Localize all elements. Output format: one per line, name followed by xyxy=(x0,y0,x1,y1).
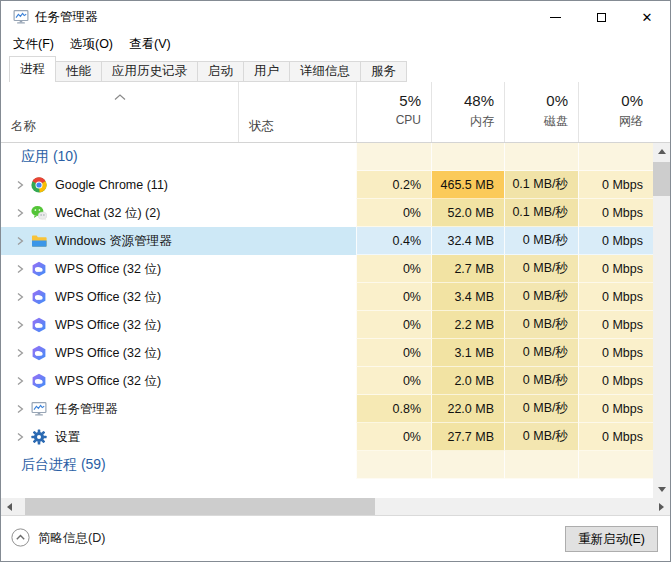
column-label-name: 名称 xyxy=(11,118,36,135)
scroll-down-arrow-icon[interactable] xyxy=(653,481,670,498)
memory-cell xyxy=(431,143,504,171)
chevron-up-circle-icon xyxy=(11,528,30,550)
table-row[interactable]: WPS Office (32 位)0%2.2 MB0 MB/秒0 Mbps xyxy=(1,311,670,339)
column-header-cpu[interactable]: 5% CPU xyxy=(356,82,431,142)
close-button[interactable]: ✕ xyxy=(624,1,670,33)
task-manager-window: 任务管理器 ✕ 文件(F)选项(O)查看(V) 进程性能应用历史记录启动用户详细… xyxy=(0,0,671,562)
process-status xyxy=(238,339,356,367)
process-name: 任务管理器 xyxy=(55,401,118,418)
tab-services[interactable]: 服务 xyxy=(360,61,407,82)
cpu-total-percent: 5% xyxy=(399,92,421,110)
table-row[interactable]: WPS Office (32 位)0%2.0 MB0 MB/秒0 Mbps xyxy=(1,367,670,395)
process-status xyxy=(238,199,356,227)
chevron-right-icon[interactable] xyxy=(15,403,25,415)
process-status xyxy=(238,423,356,451)
group-label: 应用 (10) xyxy=(11,148,78,166)
disk-total-percent: 0% xyxy=(546,92,568,110)
minimize-button[interactable] xyxy=(532,1,578,33)
status-bar: 简略信息(D) 重新启动(E) xyxy=(1,515,670,561)
process-name: Windows 资源管理器 xyxy=(55,233,172,250)
memory-value: 52.0 MB xyxy=(431,199,504,227)
process-table: 名称 状态 5% CPU 48% 内存 0% 磁盘 0% 网络 应用 (10)G… xyxy=(1,82,670,515)
restart-button[interactable]: 重新启动(E) xyxy=(565,526,658,552)
column-header-memory[interactable]: 48% 内存 xyxy=(431,82,504,142)
chrome-icon xyxy=(31,177,47,193)
scroll-right-arrow-icon[interactable] xyxy=(653,498,670,515)
column-header-status[interactable]: 状态 xyxy=(238,82,356,142)
disk-cell xyxy=(504,451,578,479)
memory-cell xyxy=(431,451,504,479)
chevron-right-icon[interactable] xyxy=(15,179,25,191)
disk-value: 0 MB/秒 xyxy=(504,423,578,451)
taskmgr-icon xyxy=(31,401,47,417)
table-row[interactable]: WPS Office (32 位)0%2.7 MB0 MB/秒0 Mbps xyxy=(1,255,670,283)
group-row[interactable]: 后台进程 (59) xyxy=(1,451,670,479)
cpu-value: 0.2% xyxy=(356,171,431,199)
column-label-disk: 磁盘 xyxy=(544,113,568,130)
tab-users[interactable]: 用户 xyxy=(243,61,290,82)
horizontal-scrollbar-thumb[interactable] xyxy=(25,498,375,515)
menu-file[interactable]: 文件(F) xyxy=(5,34,62,55)
sort-ascending-icon xyxy=(113,87,127,105)
memory-value: 22.0 MB xyxy=(431,395,504,423)
tab-processes[interactable]: 进程 xyxy=(9,56,56,82)
window-title: 任务管理器 xyxy=(35,9,98,26)
network-cell xyxy=(578,451,653,479)
table-row[interactable]: WPS Office (32 位)0%3.1 MB0 MB/秒0 Mbps xyxy=(1,339,670,367)
horizontal-scrollbar[interactable] xyxy=(1,498,670,515)
memory-value: 2.2 MB xyxy=(431,311,504,339)
chevron-right-icon[interactable] xyxy=(15,235,25,247)
title-bar: 任务管理器 ✕ xyxy=(1,1,670,33)
tab-startup[interactable]: 启动 xyxy=(197,61,244,82)
table-row[interactable]: WPS Office (32 位)0%3.4 MB0 MB/秒0 Mbps xyxy=(1,283,670,311)
disk-value: 0 MB/秒 xyxy=(504,227,578,255)
menu-view[interactable]: 查看(V) xyxy=(121,34,179,55)
column-header-disk[interactable]: 0% 磁盘 xyxy=(504,82,578,142)
memory-value: 465.5 MB xyxy=(431,171,504,199)
process-name: WPS Office (32 位) xyxy=(55,345,161,362)
process-name: WPS Office (32 位) xyxy=(55,317,161,334)
vertical-scrollbar[interactable] xyxy=(653,143,670,498)
table-row[interactable]: 设置0%27.7 MB0 MB/秒0 Mbps xyxy=(1,423,670,451)
maximize-button[interactable] xyxy=(578,1,624,33)
details-toggle[interactable]: 简略信息(D) xyxy=(11,528,105,550)
cpu-value: 0% xyxy=(356,283,431,311)
chevron-right-icon[interactable] xyxy=(15,207,25,219)
cpu-value: 0% xyxy=(356,339,431,367)
disk-value: 0 MB/秒 xyxy=(504,395,578,423)
column-header-name[interactable]: 名称 xyxy=(1,82,238,142)
process-name: WPS Office (32 位) xyxy=(55,373,161,390)
wps-icon xyxy=(31,261,47,277)
memory-value: 2.7 MB xyxy=(431,255,504,283)
process-name: 设置 xyxy=(55,429,80,446)
process-status xyxy=(238,283,356,311)
task-manager-icon xyxy=(13,9,29,25)
chevron-right-icon[interactable] xyxy=(15,263,25,275)
menu-options[interactable]: 选项(O) xyxy=(62,34,121,55)
cpu-value: 0% xyxy=(356,199,431,227)
process-name: WeChat (32 位) (2) xyxy=(55,205,160,222)
tab-performance[interactable]: 性能 xyxy=(55,61,102,82)
scroll-left-arrow-icon[interactable] xyxy=(1,498,18,515)
process-status xyxy=(238,255,356,283)
table-row[interactable]: WeChat (32 位) (2)0%52.0 MB0.1 MB/秒0 Mbps xyxy=(1,199,670,227)
column-header-network[interactable]: 0% 网络 xyxy=(578,82,653,142)
tab-details[interactable]: 详细信息 xyxy=(289,61,361,82)
chevron-right-icon[interactable] xyxy=(15,375,25,387)
network-value: 0 Mbps xyxy=(578,283,653,311)
vertical-scrollbar-thumb[interactable] xyxy=(653,162,670,196)
group-row[interactable]: 应用 (10) xyxy=(1,143,670,171)
table-row[interactable]: Windows 资源管理器0.4%32.4 MB0 MB/秒0 Mbps xyxy=(1,227,670,255)
tab-app-history[interactable]: 应用历史记录 xyxy=(101,61,198,82)
scroll-up-arrow-icon[interactable] xyxy=(653,143,670,160)
close-icon: ✕ xyxy=(642,11,653,24)
chevron-right-icon[interactable] xyxy=(15,291,25,303)
table-row[interactable]: 任务管理器0.8%22.0 MB0 MB/秒0 Mbps xyxy=(1,395,670,423)
table-row[interactable]: Google Chrome (11)0.2%465.5 MB0.1 MB/秒0 … xyxy=(1,171,670,199)
minimize-icon xyxy=(550,17,561,18)
chevron-right-icon[interactable] xyxy=(15,347,25,359)
chevron-right-icon[interactable] xyxy=(15,319,25,331)
disk-value: 0 MB/秒 xyxy=(504,311,578,339)
disk-value: 0 MB/秒 xyxy=(504,283,578,311)
chevron-right-icon[interactable] xyxy=(15,431,25,443)
